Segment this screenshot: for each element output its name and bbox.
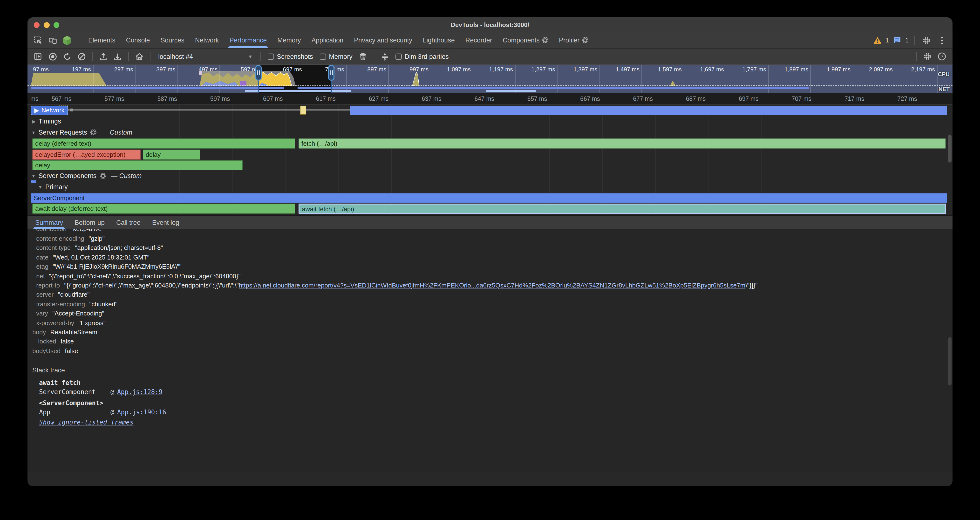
details-tab-bottom-up[interactable]: Bottom-up <box>69 216 111 229</box>
close-window-button[interactable] <box>34 22 40 28</box>
home-icon[interactable] <box>134 51 145 62</box>
timings-track-row[interactable]: ▶ Timings <box>27 116 953 127</box>
details-tab-summary[interactable]: Summary <box>29 216 69 229</box>
flame-event-bar[interactable]: delay <box>32 160 243 170</box>
tab-lighthouse[interactable]: Lighthouse <box>418 32 460 48</box>
overview-network-bar <box>31 87 284 89</box>
minimize-window-button[interactable] <box>44 22 49 28</box>
server-requests-header-row[interactable]: ▼ Server Requests — Custom <box>27 127 953 138</box>
zoom-window-button[interactable] <box>54 22 59 28</box>
overview-gridline <box>810 65 811 92</box>
disclosure-triangle-icon: ▼ <box>31 130 36 135</box>
divider <box>374 52 374 61</box>
report-to-url-link[interactable]: https://a.nel.cloudflare.com/report/v4?s… <box>239 282 745 289</box>
nodejs-icon <box>61 35 73 46</box>
checkbox-box <box>396 53 402 60</box>
flame-event-bar[interactable]: delay <box>143 149 200 160</box>
overview-tick-label: 2,097 ms <box>869 66 895 73</box>
summary-key: body <box>32 329 46 336</box>
network-track-label[interactable]: ▶ Network <box>31 105 68 115</box>
tab-performance[interactable]: Performance <box>224 32 272 48</box>
summary-row: connection"keep-alive" <box>32 229 953 234</box>
tab-privacy-and-security[interactable]: Privacy and security <box>349 32 418 48</box>
source-location-link[interactable]: App.js:128:9 <box>117 388 162 396</box>
capture-settings-gear-icon[interactable] <box>922 51 933 62</box>
source-location-link[interactable]: App.js:190:16 <box>117 409 166 416</box>
flame-event-bar[interactable]: delay (deferred text) <box>32 138 295 149</box>
flame-event-bar[interactable]: fetch (…/api) <box>299 138 946 149</box>
details-scrollbar-thumb[interactable] <box>948 337 951 385</box>
tab-profiler[interactable]: Profiler <box>554 32 594 48</box>
screenshots-checkbox[interactable]: Screenshots <box>266 53 315 60</box>
summary-value: false <box>60 338 74 345</box>
memory-checkbox[interactable]: Memory <box>318 53 355 60</box>
tab-application[interactable]: Application <box>306 32 349 48</box>
summary-kv: bodyUsedfalse <box>32 346 953 356</box>
summary-key: nel <box>36 272 45 280</box>
network-yellow-event[interactable] <box>300 106 306 115</box>
timeline-handle-left[interactable] <box>255 65 262 81</box>
react-atom-icon <box>91 131 97 134</box>
details-tab-event-log[interactable]: Event log <box>146 216 185 229</box>
kebab-menu-icon[interactable] <box>936 35 948 46</box>
tab-console[interactable]: Console <box>121 32 155 48</box>
summary-row: server"cloudflare" <box>32 290 953 299</box>
server-components-header-row[interactable]: ▼ Server Components — Custom <box>27 170 953 181</box>
tab-memory[interactable]: Memory <box>272 32 306 48</box>
checkbox-label: Dim 3rd parties <box>405 53 449 60</box>
tab-label: Sources <box>161 37 185 44</box>
overview-tick-label: 497 ms <box>199 66 220 73</box>
tab-network[interactable]: Network <box>190 32 224 48</box>
tab-elements[interactable]: Elements <box>83 32 121 48</box>
primary-group-row[interactable]: ▼ Primary <box>27 181 953 192</box>
clear-button[interactable] <box>76 51 87 62</box>
download-profile-icon[interactable] <box>112 51 124 62</box>
net-lane-label: NET <box>939 86 950 92</box>
stack-frame: <ServerComponent> <box>39 398 953 408</box>
summary-value: "gzip" <box>89 235 105 242</box>
collect-garbage-icon[interactable] <box>357 51 369 62</box>
stack-frame-at: @ <box>110 409 114 416</box>
help-icon[interactable]: ? <box>936 51 948 62</box>
flame-chart[interactable]: ▶ Network ▶ Timings ▼ Server Requests — … <box>27 105 953 215</box>
flame-scrollbar-thumb[interactable] <box>948 135 951 162</box>
network-blue-request[interactable] <box>350 105 947 115</box>
collapse-rows-icon[interactable] <box>379 51 391 62</box>
device-toolbar-icon[interactable] <box>47 35 58 46</box>
overview-tick-label: 897 ms <box>367 66 388 73</box>
timeline-handle-right[interactable] <box>328 65 334 81</box>
dim-3rd-parties-checkbox[interactable]: Dim 3rd parties <box>393 53 451 60</box>
screen: DevTools - localhost:3000/ ElementsConso… <box>0 0 980 520</box>
show-ignore-listed-frames-link[interactable]: Show ignore-listed frames <box>39 418 134 426</box>
record-button[interactable] <box>47 51 58 62</box>
timeline-ruler[interactable]: ms 567 ms577 ms587 ms597 ms607 ms617 ms6… <box>27 92 953 105</box>
issues-message-icon[interactable] <box>893 35 901 46</box>
summary-value: "Wed, 01 Oct 2025 18:32:01 GMT" <box>53 254 150 261</box>
details-tab-call-tree[interactable]: Call tree <box>110 216 146 229</box>
summary-key: etag <box>36 263 48 270</box>
record-and-reload-button[interactable] <box>61 51 73 62</box>
flame-event-bar[interactable]: delayedError (…ayed exception) <box>32 149 141 160</box>
ruler-unit-label: ms <box>30 95 38 102</box>
tab-sources[interactable]: Sources <box>155 32 190 48</box>
selection-stem-left <box>258 80 259 92</box>
settings-gear-icon[interactable] <box>921 35 932 46</box>
summary-row: bodyUsedfalse <box>32 346 953 356</box>
overview-tick-label: 1,097 ms <box>447 66 473 73</box>
toggle-sidebar-icon[interactable] <box>32 51 44 62</box>
tab-components[interactable]: Components <box>498 32 554 48</box>
flame-event-bar[interactable]: await delay (deferred text) <box>32 204 295 214</box>
upload-profile-icon[interactable] <box>97 51 109 62</box>
warning-icon[interactable] <box>873 35 881 46</box>
tab-label: Components <box>503 37 540 44</box>
server-requests-row-3: delay <box>27 160 953 171</box>
inspect-element-icon[interactable] <box>32 35 44 46</box>
tab-recorder[interactable]: Recorder <box>460 32 498 48</box>
flame-event-bar[interactable]: await fetch (…/api) <box>299 204 946 214</box>
checkbox-box <box>320 53 326 60</box>
checkbox-box <box>268 53 274 60</box>
flame-event-bar[interactable]: ServerComponent <box>31 193 947 203</box>
history-select[interactable]: localhost #4 ▼ <box>155 53 256 60</box>
timeline-overview[interactable]: 97 ms197 ms297 ms397 ms497 ms597 ms697 m… <box>27 65 953 92</box>
panel-tabs: ElementsConsoleSourcesNetworkPerformance… <box>83 32 593 48</box>
